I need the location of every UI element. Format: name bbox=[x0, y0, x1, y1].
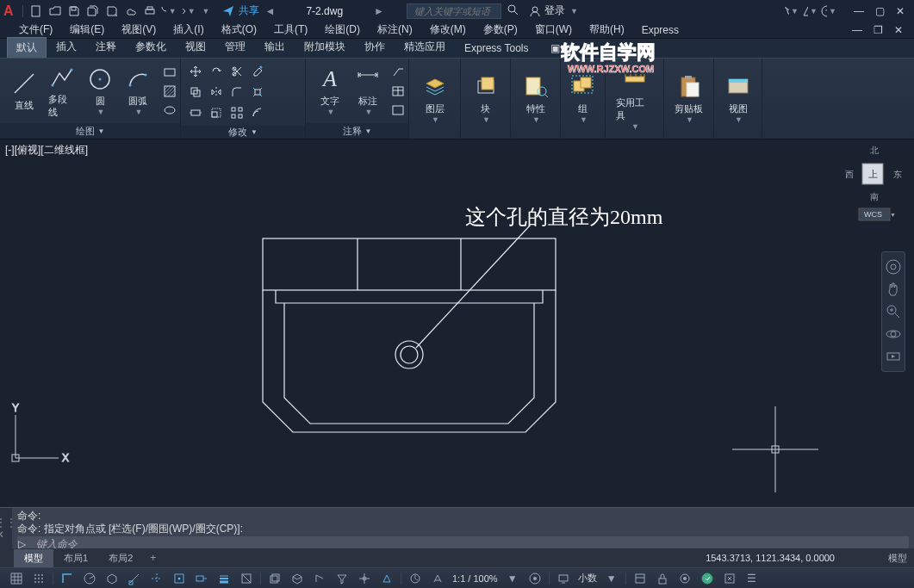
osnap-icon[interactable] bbox=[124, 570, 145, 587]
tab-parametric[interactable]: 参数化 bbox=[126, 36, 176, 58]
menu-tools[interactable]: 工具(T) bbox=[265, 22, 316, 37]
layer-button[interactable]: 图层▼ bbox=[416, 73, 454, 124]
snap-icon[interactable] bbox=[28, 570, 49, 587]
transparency-icon[interactable] bbox=[236, 570, 257, 587]
clipboard-button[interactable]: 剪贴板▼ bbox=[669, 73, 708, 124]
share-button[interactable]: 共享 bbox=[221, 3, 259, 18]
quickprops-icon[interactable] bbox=[630, 570, 650, 587]
new-icon[interactable] bbox=[28, 3, 44, 19]
doc-minimize[interactable]: — bbox=[847, 22, 867, 38]
rect-icon[interactable] bbox=[160, 63, 179, 82]
redo-icon[interactable]: ▼ bbox=[180, 3, 196, 19]
steering-wheel-icon[interactable] bbox=[882, 256, 905, 278]
annoscale-icon[interactable] bbox=[405, 570, 426, 587]
menu-draw[interactable]: 绘图(D) bbox=[316, 22, 369, 37]
tab-model[interactable]: 模型 bbox=[14, 549, 53, 567]
prev-doc[interactable]: ◄ bbox=[259, 5, 280, 17]
minimize-button[interactable]: — bbox=[849, 3, 869, 19]
tab-layout2[interactable]: 布局2 bbox=[98, 549, 143, 567]
add-layout[interactable]: + bbox=[143, 552, 163, 564]
showmotion-icon[interactable] bbox=[882, 345, 905, 368]
dynamic-input-icon[interactable] bbox=[191, 570, 212, 587]
drawing-canvas[interactable]: [-][俯视][二维线框] X Y 这个孔的直径为20mm bbox=[0, 139, 914, 507]
save-icon[interactable] bbox=[66, 3, 82, 19]
doc-close[interactable]: ✕ bbox=[888, 22, 909, 38]
viewcube[interactable]: 北 西 东 南 上 WCS ▼ bbox=[843, 145, 904, 222]
scale-icon[interactable] bbox=[207, 103, 226, 122]
polar-icon[interactable] bbox=[79, 570, 100, 587]
tab-manage[interactable]: 管理 bbox=[215, 36, 255, 58]
cloud-icon[interactable] bbox=[123, 3, 139, 19]
customize-icon[interactable]: ☰ bbox=[742, 570, 762, 587]
tab-featured[interactable]: 精选应用 bbox=[395, 36, 455, 58]
arc-button[interactable]: 圆弧▼ bbox=[119, 65, 157, 116]
block-button[interactable]: 块▼ bbox=[467, 73, 505, 124]
orbit-icon[interactable] bbox=[882, 323, 905, 345]
menu-help[interactable]: 帮助(H) bbox=[581, 22, 633, 37]
trim-icon[interactable] bbox=[227, 62, 246, 81]
array-icon[interactable] bbox=[227, 103, 246, 122]
ribbon-expand[interactable]: ▣▾ bbox=[541, 39, 575, 58]
leader-icon[interactable] bbox=[389, 63, 407, 82]
ortho-icon[interactable] bbox=[57, 570, 78, 587]
next-doc[interactable]: ► bbox=[369, 5, 389, 17]
tab-addons[interactable]: 附加模块 bbox=[295, 36, 355, 58]
menu-modify[interactable]: 修改(M) bbox=[421, 22, 475, 37]
osnap3d-icon[interactable] bbox=[169, 570, 190, 587]
open-icon[interactable] bbox=[47, 3, 63, 19]
help-icon[interactable]: ?▼ bbox=[821, 3, 836, 19]
tab-default[interactable]: 默认 bbox=[7, 37, 47, 58]
saveas-icon[interactable] bbox=[104, 3, 120, 19]
scale-display[interactable]: 1:1 / 100% bbox=[449, 573, 501, 584]
tab-collab[interactable]: 协作 bbox=[355, 36, 395, 58]
grid-icon[interactable] bbox=[6, 570, 27, 587]
menu-dimension[interactable]: 标注(N) bbox=[369, 22, 421, 37]
dynamic-ucs-icon[interactable] bbox=[309, 570, 330, 587]
line-button[interactable]: 直线 bbox=[5, 70, 43, 112]
lineweight-icon[interactable] bbox=[214, 570, 234, 587]
close-button[interactable]: ✕ bbox=[890, 3, 911, 19]
selection-filter-icon[interactable] bbox=[332, 570, 352, 587]
clean-screen-icon[interactable] bbox=[719, 570, 740, 587]
menu-insert[interactable]: 插入(I) bbox=[165, 22, 212, 37]
search-icon[interactable] bbox=[507, 3, 519, 18]
menu-file[interactable]: 文件(F) bbox=[10, 22, 61, 37]
rotate-icon[interactable] bbox=[207, 62, 226, 81]
annotation-monitor-icon[interactable] bbox=[553, 570, 574, 587]
erase-icon[interactable] bbox=[248, 62, 267, 81]
hatch-icon[interactable] bbox=[160, 82, 179, 101]
lock-ui-icon[interactable] bbox=[652, 570, 673, 587]
move-icon[interactable] bbox=[186, 62, 205, 81]
autodesk-icon[interactable]: ▼ bbox=[802, 3, 818, 19]
tab-layout1[interactable]: 布局1 bbox=[53, 549, 98, 567]
space-indicator[interactable]: 模型 bbox=[878, 549, 914, 567]
menu-view[interactable]: 视图(V) bbox=[113, 22, 165, 37]
mtext-icon[interactable] bbox=[389, 101, 407, 120]
zoom-icon[interactable] bbox=[882, 300, 905, 323]
utilities-button[interactable]: 实用工具▼ bbox=[611, 67, 658, 131]
scale-dropdown[interactable]: ▼ bbox=[502, 570, 523, 587]
qat-dropdown[interactable]: ▼ bbox=[202, 7, 210, 15]
offset-icon[interactable] bbox=[248, 103, 267, 122]
menu-edit[interactable]: 编辑(E) bbox=[61, 22, 113, 37]
annotation-visibility-icon[interactable] bbox=[376, 570, 397, 587]
panel-draw-title[interactable]: 绘图▼ bbox=[0, 123, 180, 139]
copy-icon[interactable] bbox=[186, 83, 205, 102]
print-icon[interactable] bbox=[142, 3, 158, 19]
menu-parametric[interactable]: 参数(P) bbox=[475, 22, 526, 37]
workspace-icon[interactable] bbox=[525, 570, 545, 587]
login-button[interactable]: 登录 ▼ bbox=[529, 3, 578, 18]
3dosnap-icon[interactable] bbox=[287, 570, 308, 587]
hardware-accel-icon[interactable] bbox=[697, 570, 718, 587]
ellipse-icon[interactable] bbox=[160, 101, 179, 120]
group-button[interactable]: 组▼ bbox=[564, 73, 602, 124]
tab-view[interactable]: 视图 bbox=[176, 36, 215, 58]
isodraft-icon[interactable] bbox=[102, 570, 122, 587]
tab-output[interactable]: 输出 bbox=[255, 36, 295, 58]
menu-window[interactable]: 窗口(W) bbox=[526, 22, 581, 37]
isolate-icon[interactable] bbox=[675, 570, 695, 587]
dimension-button[interactable]: 标注▼ bbox=[349, 65, 387, 116]
view-button[interactable]: 视图▼ bbox=[719, 73, 757, 124]
tab-insert[interactable]: 插入 bbox=[47, 36, 86, 58]
menu-format[interactable]: 格式(O) bbox=[213, 22, 265, 37]
